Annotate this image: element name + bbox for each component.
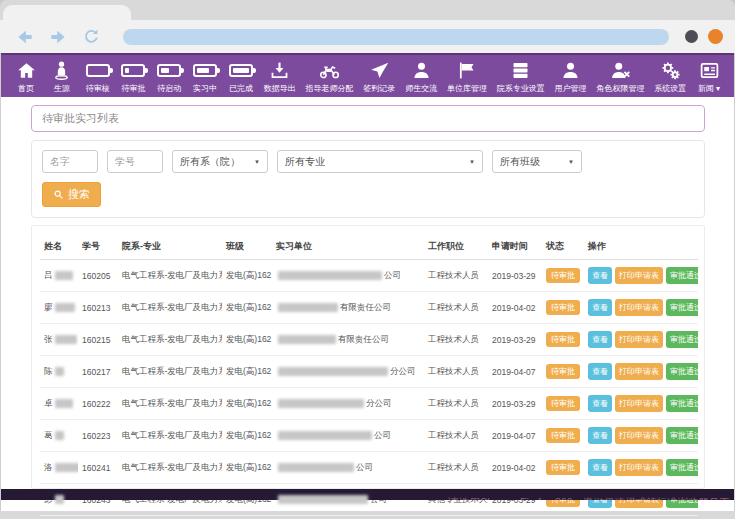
cell-job-title: 工程技术人员 (424, 452, 488, 484)
cell-company: 有限责任公司 (272, 292, 424, 324)
nav-item-data-export[interactable]: 数据导出 (262, 55, 298, 97)
nav-item-label: 用户管理 (555, 83, 587, 94)
approve-button[interactable]: 审批通过 (666, 459, 698, 476)
print-application-button[interactable]: 打印申请表 (615, 363, 663, 380)
status-badge: 待审批 (546, 460, 580, 475)
view-button[interactable]: 查看 (588, 299, 612, 316)
print-application-button[interactable]: 打印申请表 (615, 331, 663, 348)
nav-item-label: 签到记录 (363, 83, 395, 94)
status-badge: 待审批 (546, 332, 580, 347)
approve-button[interactable]: 审批通过 (666, 299, 698, 316)
name-filter-input[interactable] (42, 150, 98, 173)
nav-item-department-major-settings[interactable]: 院系专业设置 (495, 55, 547, 97)
nav-item-in-internship[interactable]: 实习中 (190, 55, 220, 97)
cell-class: 发电(高)162 (222, 260, 272, 292)
view-button[interactable]: 查看 (588, 395, 612, 412)
redacted-company (278, 271, 382, 280)
print-application-button[interactable]: 打印申请表 (615, 459, 663, 476)
cell-status: 待审批 (542, 388, 584, 420)
nav-item-pending-review[interactable]: 待审核 (83, 55, 113, 97)
nav-item-label: 首页 (18, 83, 34, 94)
cell-student-id: 160223 (78, 420, 118, 452)
approve-button[interactable]: 审批通过 (666, 395, 698, 412)
status-badge: 待审批 (546, 428, 580, 443)
nav-item-pending-approval[interactable]: 待审批 (118, 55, 148, 97)
url-bar[interactable] (123, 29, 669, 45)
battery-quarter-icon (121, 64, 145, 77)
cell-student-id: 160213 (78, 292, 118, 324)
nav-item-news[interactable]: 新闻 ▾ (694, 55, 724, 97)
nav-item-advisor-assignment[interactable]: 指导老师分配 (304, 55, 356, 97)
nav-item-system-settings[interactable]: 系统设置 (652, 55, 688, 97)
forward-button[interactable] (47, 26, 69, 48)
search-button[interactable]: 搜索 (42, 182, 101, 207)
browser-profile-dot[interactable] (685, 30, 698, 43)
cell-job-title: 工程技术人员 (424, 356, 488, 388)
cell-actions: 查看打印申请表审批通过 (584, 324, 698, 356)
server-list-icon (510, 60, 531, 81)
view-button[interactable]: 查看 (588, 459, 612, 476)
print-application-button[interactable]: 打印申请表 (615, 427, 663, 444)
cell-status: 待审批 (542, 292, 584, 324)
print-application-button[interactable]: 打印申请表 (615, 395, 663, 412)
cell-department-major: 电气工程系-发电厂及电力系统 (118, 260, 222, 292)
nav-item-label: 师生交流 (405, 83, 437, 94)
cell-company: 分公司 (272, 388, 424, 420)
nav-item-completed[interactable]: 已完成 (226, 55, 256, 97)
nav-item-checkin-records[interactable]: 签到记录 (361, 55, 397, 97)
cell-actions: 查看打印申请表审批通过 (584, 452, 698, 484)
approve-button[interactable]: 审批通过 (666, 427, 698, 444)
cell-company: 公司 (272, 452, 424, 484)
redacted-name (55, 367, 64, 376)
view-button[interactable]: 查看 (588, 267, 612, 284)
nav-item-pending-start[interactable]: 待启动 (154, 55, 184, 97)
print-application-button[interactable]: 打印申请表 (615, 299, 663, 316)
cell-name: 洛 (40, 452, 78, 484)
nav-item-home[interactable]: 首页 (11, 55, 41, 97)
major-select[interactable]: 所有专业▼ (277, 150, 483, 173)
view-button[interactable]: 查看 (588, 427, 612, 444)
cell-department-major: 电气工程系-发电厂及电力系统 (118, 388, 222, 420)
refresh-button[interactable] (80, 26, 102, 48)
cell-name: 葛 (40, 420, 78, 452)
nav-item-label: 待启动 (157, 83, 181, 94)
view-button[interactable]: 查看 (588, 363, 612, 380)
approve-button[interactable]: 审批通过 (666, 331, 698, 348)
home-icon (16, 60, 37, 81)
student-id-filter-input[interactable] (107, 150, 163, 173)
cell-status: 待审批 (542, 420, 584, 452)
class-select[interactable]: 所有班级▼ (492, 150, 582, 173)
table-body: 吕160205电气工程系-发电厂及电力系统发电(高)162公司工程技术人员201… (40, 260, 698, 516)
cell-actions: 查看打印申请表审批通过 (584, 260, 698, 292)
redacted-name (55, 303, 75, 312)
redacted-name (55, 431, 64, 440)
nav-item-label: 角色权限管理 (596, 83, 644, 94)
department-select[interactable]: 所有系（院）▼ (172, 150, 268, 173)
nav-item-label: 生源 (54, 83, 70, 94)
nav-item-user-management[interactable]: 用户管理 (553, 55, 589, 97)
redacted-company (278, 303, 338, 312)
nav-item-label: 单位库管理 (447, 83, 487, 94)
browser-tab[interactable] (3, 5, 131, 20)
cell-apply-date: 2019-04-02 (488, 452, 542, 484)
cell-department-major: 电气工程系-发电厂及电力系统 (118, 324, 222, 356)
nav-item-student-source[interactable]: 生源 (47, 55, 77, 97)
cell-company: 公司 (272, 420, 424, 452)
column-header: 工作职位 (424, 234, 488, 260)
back-button[interactable] (14, 26, 36, 48)
nav-item-label: 数据导出 (264, 83, 296, 94)
table-row: 吕160205电气工程系-发电厂及电力系统发电(高)162公司工程技术人员201… (40, 260, 698, 292)
approve-button[interactable]: 审批通过 (666, 267, 698, 284)
chevron-down-icon: ▼ (469, 159, 475, 165)
view-button[interactable]: 查看 (588, 331, 612, 348)
nav-item-role-permission-management[interactable]: 角色权限管理 (594, 55, 646, 97)
cell-name: 廖 (40, 292, 78, 324)
cell-name: 卓 (40, 388, 78, 420)
table-row: 廖160213电气工程系-发电厂及电力系统发电(高)162有限责任公司工程技术人… (40, 292, 698, 324)
browser-menu-dot[interactable] (708, 29, 723, 44)
nav-item-company-library[interactable]: 单位库管理 (445, 55, 489, 97)
redacted-company (278, 367, 388, 376)
approve-button[interactable]: 审批通过 (666, 363, 698, 380)
print-application-button[interactable]: 打印申请表 (615, 267, 663, 284)
nav-item-teacher-student-communication[interactable]: 师生交流 (403, 55, 439, 97)
